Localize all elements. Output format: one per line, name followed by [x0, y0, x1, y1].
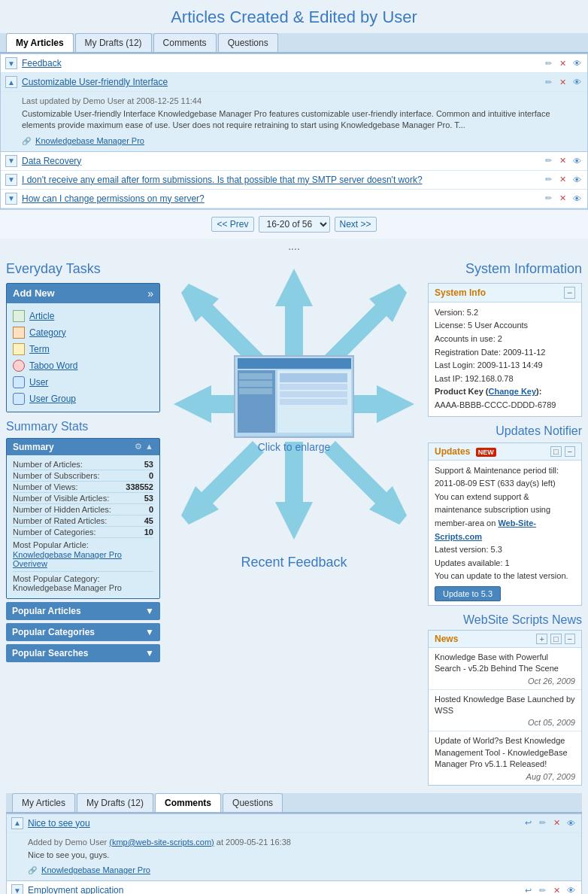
summary-collapse-icon[interactable]: ▲ — [145, 442, 153, 452]
delete-icon[interactable]: ✕ — [556, 155, 568, 167]
edit-icon[interactable]: ✏ — [542, 174, 554, 186]
popular-category-value: Knowledgebase Manager Pro — [13, 583, 122, 592]
comment-author-link[interactable]: (kmp@web-site-scripts.com) — [109, 838, 214, 847]
edit-icon[interactable]: ✏ — [536, 884, 548, 894]
next-button[interactable]: Next >> — [335, 217, 377, 232]
article-title[interactable]: I don't receive any email after form sub… — [22, 175, 536, 185]
tab-my-drafts[interactable]: My Drafts (12) — [75, 33, 152, 52]
edit-icon[interactable]: ✏ — [542, 76, 554, 88]
add-group-label[interactable]: User Group — [29, 394, 76, 404]
tab-bottom-comments[interactable]: Comments — [155, 793, 221, 812]
right-panel: System Information System Info − Version… — [428, 261, 582, 786]
tab-questions[interactable]: Questions — [218, 33, 278, 52]
change-key-link[interactable]: Change Key — [489, 387, 537, 396]
edit-icon[interactable]: ✏ — [542, 155, 554, 167]
list-item[interactable]: User Group — [13, 391, 153, 407]
edit-icon[interactable]: ✏ — [536, 817, 548, 829]
visible-value: 53 — [144, 494, 153, 503]
news-expand-icon[interactable]: □ — [550, 634, 562, 644]
view-icon[interactable]: 👁 — [571, 155, 583, 167]
list-item[interactable]: Article — [13, 308, 153, 324]
view-icon[interactable]: 👁 — [571, 174, 583, 186]
article-link: Knowledgebase Manager Pro — [22, 136, 580, 145]
table-row: ▼ Employment application ↩ ✏ ✕ 👁 — [7, 881, 581, 894]
view-icon[interactable]: 👁 — [565, 817, 577, 829]
list-item[interactable]: User — [13, 374, 153, 391]
comment-toggle[interactable]: ▲ — [11, 817, 23, 829]
list-item[interactable]: Taboo Word — [13, 357, 153, 374]
tab-bottom-my-drafts[interactable]: My Drafts (12) — [77, 793, 153, 812]
comment-title[interactable]: Nice to see you — [28, 818, 516, 829]
summary-body: Number of Articles: 53 Number of Subscri… — [7, 455, 159, 598]
add-user-label[interactable]: User — [29, 377, 48, 388]
reply-icon[interactable]: ↩ — [522, 817, 534, 829]
delete-icon[interactable]: ✕ — [556, 174, 568, 186]
add-category-label[interactable]: Category — [29, 327, 66, 338]
comment-toggle[interactable]: ▼ — [11, 884, 23, 894]
group-icon — [13, 393, 25, 405]
comment-link-anchor[interactable]: Knowledgebase Manager Pro — [41, 865, 150, 874]
reply-icon[interactable]: ↩ — [522, 884, 534, 894]
summary-row: Number of Rated Articles: 45 — [13, 515, 153, 527]
edit-icon[interactable]: ✏ — [542, 193, 554, 205]
screenshot-thumbnail[interactable] — [234, 355, 354, 438]
pagination-dots: .... — [0, 239, 588, 254]
delete-icon[interactable]: ✕ — [556, 76, 568, 88]
system-info-collapse-icon[interactable]: − — [564, 287, 575, 299]
tab-my-articles[interactable]: My Articles — [6, 33, 74, 52]
comment-title[interactable]: Employment application — [28, 885, 516, 894]
updates-expand-icon[interactable]: □ — [550, 446, 562, 457]
summary-settings-icon[interactable]: ⚙ — [135, 442, 142, 452]
article-toggle[interactable]: ▼ — [5, 57, 17, 69]
prev-button[interactable]: << Prev — [211, 217, 253, 232]
tab-comments[interactable]: Comments — [153, 33, 217, 52]
popular-categories-section[interactable]: Popular Categories ▼ — [6, 623, 160, 641]
delete-icon[interactable]: ✕ — [556, 193, 568, 205]
rated-label: Number of Rated Articles: — [13, 516, 107, 525]
updates-extend: You can extend support & maintenance sub… — [435, 491, 575, 543]
sys-accounts: Accounts in use: 2 — [435, 333, 575, 346]
list-item[interactable]: Category — [13, 324, 153, 341]
list-item[interactable]: Term — [13, 341, 153, 357]
summary-header-icons: ⚙ ▲ — [135, 442, 153, 452]
popular-article-link[interactable]: Knowledgebase Manager Pro Overivew — [13, 549, 153, 569]
news-collapse-icon[interactable]: − — [565, 634, 575, 644]
add-article-label[interactable]: Article — [29, 311, 54, 321]
add-term-label[interactable]: Term — [29, 344, 50, 354]
delete-icon[interactable]: ✕ — [550, 817, 562, 829]
page-title: Articles Created & Edited by User — [0, 0, 588, 33]
summary-header: Summary ⚙ ▲ — [7, 439, 159, 455]
edit-icon[interactable]: ✏ — [542, 57, 554, 69]
article-title[interactable]: Data Recovery — [22, 156, 536, 166]
article-toggle[interactable]: ▼ — [5, 174, 17, 186]
article-title[interactable]: Customizable User-friendly Interface — [22, 77, 536, 87]
popular-searches-section[interactable]: Popular Searches ▼ — [6, 644, 160, 662]
view-icon[interactable]: 👁 — [571, 76, 583, 88]
article-title[interactable]: Feedback — [22, 58, 536, 68]
system-info-panel-title: System Info — [435, 287, 486, 298]
article-toggle[interactable]: ▼ — [5, 155, 17, 167]
article-link-anchor[interactable]: Knowledgebase Manager Pro — [35, 136, 144, 145]
page-select[interactable]: 16-20 of 56 — [259, 216, 330, 233]
view-icon[interactable]: 👁 — [571, 57, 583, 69]
news-new-icon[interactable]: + — [536, 634, 547, 644]
view-icon[interactable]: 👁 — [565, 884, 577, 894]
top-pagination: << Prev 16-20 of 56 Next >> — [0, 209, 588, 239]
popular-articles-arrow: ▼ — [145, 606, 154, 616]
tab-bottom-my-articles[interactable]: My Articles — [12, 793, 75, 812]
tab-bottom-questions[interactable]: Questions — [223, 793, 283, 812]
delete-icon[interactable]: ✕ — [556, 57, 568, 69]
click-enlarge-label[interactable]: Click to enlarge — [258, 441, 331, 453]
updates-collapse-icon[interactable]: − — [565, 446, 575, 457]
popular-articles-section[interactable]: Popular Articles ▼ — [6, 602, 160, 620]
article-toggle[interactable]: ▲ — [5, 76, 17, 88]
view-icon[interactable]: 👁 — [571, 193, 583, 205]
add-taboo-label[interactable]: Taboo Word — [29, 360, 77, 371]
add-new-collapse-icon[interactable]: » — [147, 287, 153, 300]
news-item: Hosted Knowledge Base Launched by WSS Oc… — [429, 690, 581, 732]
article-toggle[interactable]: ▼ — [5, 193, 17, 205]
article-title[interactable]: How can I change permissions on my serve… — [22, 193, 536, 204]
subscribers-label: Number of Subscribers: — [13, 471, 100, 480]
delete-icon[interactable]: ✕ — [550, 884, 562, 894]
update-button[interactable]: Update to 5.3 — [435, 586, 501, 601]
